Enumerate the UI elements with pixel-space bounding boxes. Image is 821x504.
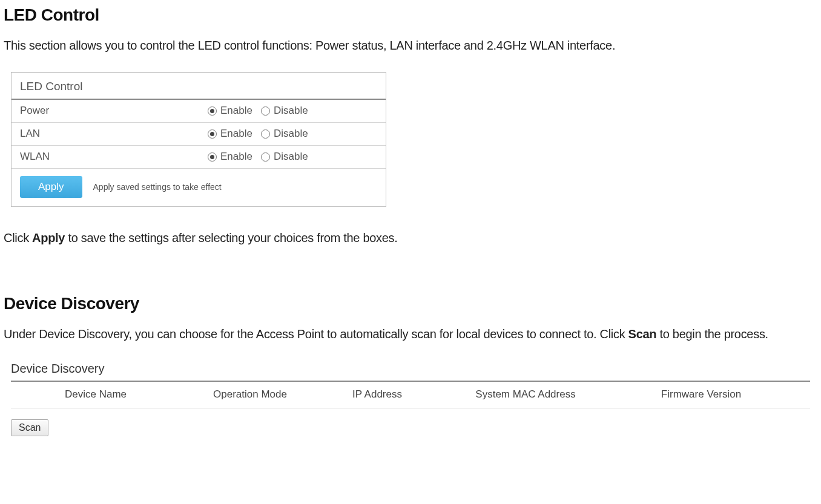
radio-unselected-icon — [261, 106, 270, 116]
radio-unselected-icon — [261, 129, 270, 139]
wlan-disable-label: Disable — [274, 150, 308, 164]
radio-selected-icon — [208, 152, 217, 162]
led-footer-before: Click — [4, 231, 32, 244]
dd-header-row: Device Name Operation Mode IP Address Sy… — [11, 382, 810, 408]
lan-disable-label: Disable — [274, 127, 308, 141]
device-discovery-panel: Device Discovery Device Name Operation M… — [11, 361, 810, 436]
led-row-wlan: WLAN Enable Disable — [12, 146, 386, 169]
dd-col-mac-address: System MAC Address — [435, 388, 616, 402]
lan-enable-label: Enable — [220, 127, 252, 141]
lan-enable-radio[interactable]: Enable — [208, 127, 261, 141]
wlan-disable-radio[interactable]: Disable — [261, 150, 317, 164]
dd-col-firmware-version: Firmware Version — [616, 388, 786, 402]
dd-desc-before: Under Device Discovery, you can choose f… — [4, 327, 628, 341]
wlan-enable-radio[interactable]: Enable — [208, 150, 261, 164]
radio-unselected-icon — [261, 152, 270, 162]
apply-button[interactable]: Apply — [20, 176, 82, 198]
led-row-lan: LAN Enable Disable — [12, 123, 386, 146]
device-discovery-heading: Device Discovery — [4, 292, 821, 315]
led-label-lan: LAN — [20, 127, 208, 141]
led-label-wlan: WLAN — [20, 150, 208, 164]
dd-col-device-name: Device Name — [11, 388, 180, 402]
dd-col-ip-address: IP Address — [320, 388, 435, 402]
led-control-heading: LED Control — [4, 4, 821, 27]
led-footer-bold: Apply — [32, 231, 65, 244]
led-apply-instruction: Click Apply to save the settings after s… — [4, 230, 821, 246]
radio-selected-icon — [208, 129, 217, 139]
led-label-power: Power — [20, 104, 208, 118]
power-disable-label: Disable — [274, 104, 308, 118]
dd-desc-after: to begin the process. — [656, 327, 768, 341]
apply-row: Apply Apply saved settings to take effec… — [12, 169, 386, 198]
device-discovery-description: Under Device Discovery, you can choose f… — [4, 326, 821, 342]
led-panel-title: LED Control — [12, 79, 386, 100]
wlan-enable-label: Enable — [220, 150, 252, 164]
apply-caption: Apply saved settings to take effect — [93, 182, 222, 193]
dd-col-operation-mode: Operation Mode — [180, 388, 320, 402]
led-control-description: This section allows you to control the L… — [4, 38, 821, 54]
power-disable-radio[interactable]: Disable — [261, 104, 317, 118]
dd-panel-title: Device Discovery — [11, 361, 810, 382]
scan-button[interactable]: Scan — [11, 419, 48, 436]
led-control-panel: LED Control Power Enable Disable LAN Ena… — [11, 72, 386, 207]
radio-selected-icon — [208, 106, 217, 116]
lan-disable-radio[interactable]: Disable — [261, 127, 317, 141]
dd-desc-bold: Scan — [628, 327, 657, 341]
led-row-power: Power Enable Disable — [12, 100, 386, 123]
power-enable-label: Enable — [220, 104, 252, 118]
power-enable-radio[interactable]: Enable — [208, 104, 261, 118]
led-footer-after: to save the settings after selecting you… — [65, 231, 397, 244]
